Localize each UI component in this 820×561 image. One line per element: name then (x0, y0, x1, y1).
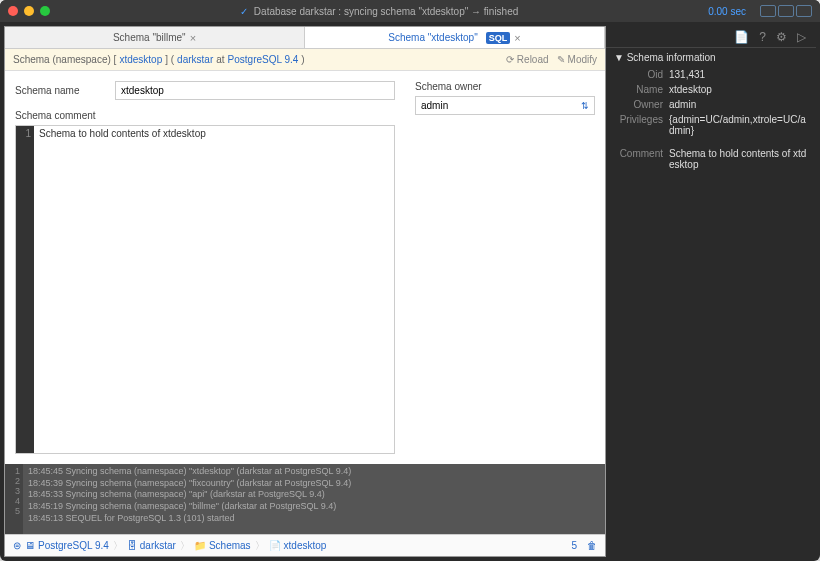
reload-button[interactable]: ⟳Reload (506, 54, 549, 65)
info-row-owner: Owneradmin (614, 97, 808, 112)
layout-button-1[interactable] (760, 5, 776, 17)
log-line: 18:45:45 Syncing schema (namespace) "xtd… (28, 466, 351, 478)
close-icon[interactable]: × (190, 32, 196, 44)
layout-button-3[interactable] (796, 5, 812, 17)
elapsed-time: 0.00 sec (708, 6, 746, 17)
zoom-icon[interactable] (40, 6, 50, 16)
footer-database[interactable]: 🗄 darkstar (127, 540, 176, 551)
help-icon[interactable]: ? (759, 30, 766, 44)
log-line: 18:45:19 Syncing schema (namespace) "bil… (28, 501, 351, 513)
side-title[interactable]: ▼ Schema information (606, 48, 816, 67)
status-text: Database darkstar : syncing schema "xtde… (254, 6, 518, 17)
close-icon[interactable]: × (514, 32, 520, 44)
schema-owner-select[interactable]: admin ⇅ (415, 96, 595, 115)
layout-button-2[interactable] (778, 5, 794, 17)
gear-icon[interactable]: ⚙ (776, 30, 787, 44)
trash-icon[interactable]: 🗑 (587, 540, 597, 551)
tab-label: Schema "xtdesktop" (388, 32, 477, 43)
traffic-lights (8, 6, 50, 16)
modify-button[interactable]: ✎Modify (557, 54, 597, 65)
schema-owner-label: Schema owner (415, 81, 595, 92)
breadcrumb-prefix: Schema (namespace) [ (13, 54, 116, 65)
minimize-icon[interactable] (24, 6, 34, 16)
tab-label: Schema "billme" (113, 32, 186, 43)
info-row-privileges: Privileges{admin=UC/admin,xtrole=UC/admi… (614, 112, 808, 138)
log-line: 18:45:13 SEQUEL for PostgreSQL 1.3 (101)… (28, 513, 351, 525)
log-line: 18:45:33 Syncing schema (namespace) "api… (28, 489, 351, 501)
schema-name-input[interactable] (115, 81, 395, 100)
info-row-oid: Oid131,431 (614, 67, 808, 82)
side-toolbar: 📄 ? ⚙ ▷ (606, 26, 816, 48)
side-panel: 📄 ? ⚙ ▷ ▼ Schema information Oid131,431 … (606, 26, 816, 557)
tab-billme[interactable]: Schema "billme" × (5, 27, 305, 48)
breadcrumb: Schema (namespace) [ xtdesktop ] ( darks… (5, 49, 605, 71)
select-value: admin (421, 100, 448, 111)
footer-breadcrumb: ⊜ 🖥 PostgreSQL 9.4 〉 🗄 darkstar 〉 📁 Sche… (5, 534, 605, 556)
form-area: Schema name Schema comment 1 Schema to h… (5, 71, 605, 464)
document-icon[interactable]: 📄 (734, 30, 749, 44)
forward-icon[interactable]: ▷ (797, 30, 806, 44)
close-icon[interactable] (8, 6, 18, 16)
footer-server[interactable]: 🖥 PostgreSQL 9.4 (25, 540, 109, 551)
plug-icon: ⊜ (13, 540, 21, 551)
log-line: 18:45:39 Syncing schema (namespace) "fix… (28, 478, 351, 490)
breadcrumb-schema-link[interactable]: xtdesktop (119, 54, 162, 65)
schema-comment-label: Schema comment (15, 110, 395, 121)
footer-schemas[interactable]: 📁 Schemas (194, 540, 251, 551)
titlebar: ✓ Database darkstar : syncing schema "xt… (0, 0, 820, 22)
breadcrumb-db-link[interactable]: darkstar (177, 54, 213, 65)
side-table: Oid131,431 Namextdesktop Owneradmin Priv… (606, 67, 816, 172)
footer-count: 5 (571, 540, 577, 551)
info-row-name: Namextdesktop (614, 82, 808, 97)
log-lines: 18:45:45 Syncing schema (namespace) "xtd… (23, 464, 356, 534)
main-panel: Schema "billme" × Schema "xtdesktop" SQL… (4, 26, 606, 557)
chevron-down-icon: ⇅ (581, 101, 589, 111)
footer-schema[interactable]: 📄 xtdesktop (269, 540, 327, 551)
edit-icon: ✎ (557, 54, 565, 65)
breadcrumb-server-link[interactable]: PostgreSQL 9.4 (228, 54, 299, 65)
schema-name-label: Schema name (15, 85, 105, 96)
reload-icon: ⟳ (506, 54, 514, 65)
tabs: Schema "billme" × Schema "xtdesktop" SQL… (5, 27, 605, 49)
layout-buttons (760, 5, 812, 17)
tab-xtdesktop[interactable]: Schema "xtdesktop" SQL × (305, 27, 605, 48)
schema-comment-editor[interactable]: 1 Schema to hold contents of xtdesktop (15, 125, 395, 454)
editor-text[interactable]: Schema to hold contents of xtdesktop (34, 126, 211, 453)
editor-gutter: 1 (16, 126, 34, 453)
check-icon: ✓ (240, 6, 248, 17)
log-panel: 12345 18:45:45 Syncing schema (namespace… (5, 464, 605, 534)
info-row-comment: CommentSchema to hold contents of xtdesk… (614, 146, 808, 172)
log-gutter: 12345 (5, 464, 23, 534)
sql-badge[interactable]: SQL (486, 32, 511, 44)
app-window: ✓ Database darkstar : syncing schema "xt… (0, 0, 820, 561)
title-status: ✓ Database darkstar : syncing schema "xt… (56, 6, 702, 17)
